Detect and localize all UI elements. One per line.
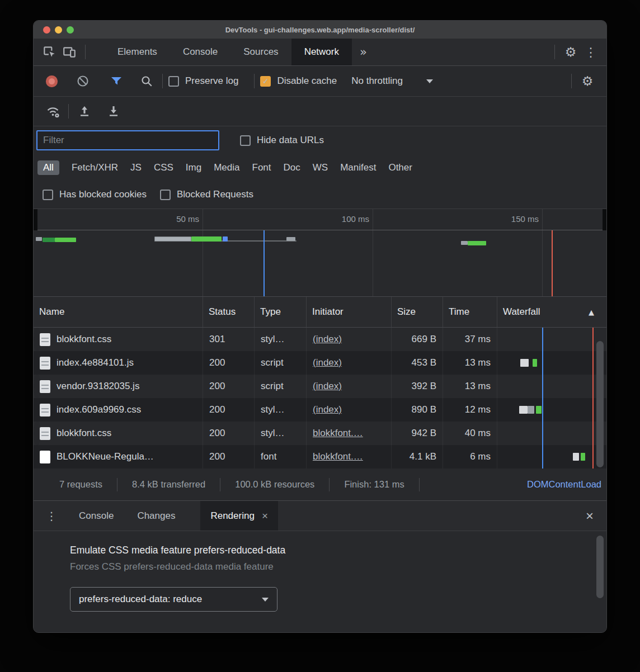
request-initiator-link[interactable]: (index) [313, 334, 342, 345]
device-toolbar-icon[interactable] [59, 42, 79, 62]
network-overview-timeline[interactable]: 50 ms 100 ms 150 ms [34, 209, 606, 297]
throttling-select[interactable]: No throttling [351, 75, 403, 87]
preserve-log-checkbox[interactable] [168, 76, 179, 87]
request-name: blokkfont.css [57, 428, 111, 439]
file-icon [40, 427, 50, 440]
table-row[interactable]: index.609a9969.css 200 styl… (index) 890… [34, 398, 606, 422]
record-network-log-icon[interactable] [46, 75, 58, 87]
column-header-initiator[interactable]: Initiator [306, 297, 391, 327]
network-toolbar-right: ⚙ [566, 71, 597, 91]
request-initiator-link[interactable]: (index) [313, 357, 342, 368]
drawer-scrollbar-thumb[interactable] [596, 536, 604, 598]
column-header-time[interactable]: Time [443, 297, 497, 327]
import-har-icon[interactable] [74, 101, 95, 121]
filter-input[interactable] [36, 130, 219, 150]
table-row[interactable]: index.4e884101.js 200 script (index) 453… [34, 351, 606, 375]
tab-network[interactable]: Network [291, 39, 352, 65]
request-size: 890 B [391, 398, 443, 422]
request-initiator-link[interactable]: blokkfont.… [313, 451, 363, 462]
filter-all[interactable]: All [37, 160, 59, 175]
toolbar-right: ⚙ ⋮ [549, 42, 601, 62]
request-initiator-link[interactable]: (index) [313, 381, 342, 392]
tick-150ms: 150 ms [511, 214, 539, 224]
filter-media[interactable]: Media [214, 162, 239, 173]
blocked-requests-checkbox[interactable] [160, 190, 171, 200]
filter-css[interactable]: CSS [154, 162, 173, 173]
close-drawer-icon[interactable]: × [586, 508, 606, 524]
network-settings-gear-icon[interactable]: ⚙ [577, 71, 597, 91]
request-waterfall [497, 328, 503, 351]
clear-network-log-icon[interactable] [73, 71, 93, 91]
hide-data-urls-group: Hide data URLs [240, 135, 324, 146]
filter-fetch-xhr[interactable]: Fetch/XHR [72, 162, 118, 173]
filter-funnel-icon[interactable] [106, 71, 126, 91]
blocked-filters-row: Has blocked cookies Blocked Requests [34, 181, 606, 209]
main-toolbar: Elements Console Sources Network » ⚙ ⋮ [34, 39, 606, 66]
filter-manifest[interactable]: Manifest [340, 162, 376, 173]
drawer-menu-kebab-icon[interactable]: ⋮ [34, 509, 67, 523]
tab-elements[interactable]: Elements [105, 39, 170, 65]
request-size: 669 B [391, 328, 443, 351]
inspect-element-icon[interactable] [39, 42, 59, 62]
timeline-ruler: 50 ms 100 ms 150 ms [34, 209, 606, 230]
request-type: font [254, 445, 306, 468]
summary-transferred: 8.4 kB transferred [117, 479, 220, 490]
request-initiator-link[interactable]: (index) [313, 404, 342, 415]
column-header-type[interactable]: Type [254, 297, 306, 327]
file-icon [40, 333, 50, 346]
column-header-waterfall[interactable]: Waterfall ▲ [497, 297, 606, 327]
export-har-icon[interactable] [103, 101, 124, 121]
divider [85, 45, 86, 59]
table-row[interactable]: BLOKKNeue-Regula… 200 font blokkfont.… 4… [34, 445, 606, 468]
table-row[interactable]: blokkfont.css 301 styl… (index) 669 B 37… [34, 328, 41, 351]
request-size: 4.1 kB [391, 445, 443, 468]
tick-100ms: 100 ms [342, 214, 369, 224]
throttling-caret-icon[interactable] [426, 79, 433, 83]
request-status: 200 [203, 398, 254, 422]
table-row[interactable]: vendor.93182035.js 200 script (index) 39… [34, 375, 41, 398]
request-name: vendor.93182035.js [57, 381, 139, 392]
request-initiator-link[interactable]: blokkfont.… [313, 428, 363, 439]
dom-content-loaded-line [263, 230, 265, 296]
column-header-status[interactable]: Status [203, 297, 254, 327]
rendering-panel: Emulate CSS media feature prefers-reduce… [34, 531, 606, 633]
settings-gear-icon[interactable]: ⚙ [561, 42, 581, 62]
filter-other[interactable]: Other [388, 162, 412, 173]
divider [571, 74, 572, 88]
drawer-tab-changes[interactable]: Changes [125, 501, 187, 531]
waterfall-segment [536, 406, 542, 414]
main-menu-kebab-icon[interactable]: ⋮ [581, 42, 601, 62]
tab-console[interactable]: Console [170, 39, 230, 65]
overview-right-handle[interactable] [603, 209, 606, 230]
tab-sources[interactable]: Sources [230, 39, 291, 65]
divider [554, 45, 555, 59]
disable-cache-checkbox[interactable]: ✓ [260, 76, 271, 87]
column-header-name[interactable]: Name [34, 297, 203, 327]
has-blocked-cookies-checkbox[interactable] [43, 190, 53, 200]
filter-js[interactable]: JS [130, 162, 142, 173]
request-name: BLOKKNeue-Regula… [57, 451, 154, 462]
drawer-tab-console[interactable]: Console [67, 501, 125, 531]
filter-doc[interactable]: Doc [284, 162, 300, 173]
hide-data-urls-checkbox[interactable] [240, 135, 251, 146]
more-tabs-icon[interactable]: » [360, 45, 367, 59]
request-type: styl… [254, 328, 306, 351]
request-time: 40 ms [443, 422, 497, 445]
table-scrollbar-thumb[interactable] [596, 341, 604, 467]
table-row[interactable]: blokkfont.css 200 styl… blokkfont.… 942 … [34, 422, 41, 445]
column-header-size[interactable]: Size [391, 297, 443, 327]
filter-img[interactable]: Img [186, 162, 201, 173]
network-summary-bar: 7 requests 8.4 kB transferred 100.0 kB r… [34, 468, 606, 500]
request-time: 37 ms [443, 328, 497, 351]
summary-finish: Finish: 131 ms [330, 479, 418, 490]
prefers-reduced-data-select[interactable]: prefers-reduced-data: reduce [70, 587, 277, 612]
filter-ws[interactable]: WS [313, 162, 328, 173]
overview-left-handle[interactable] [34, 209, 37, 230]
close-tab-icon[interactable]: × [262, 510, 268, 522]
network-conditions-icon[interactable] [43, 101, 63, 121]
search-icon[interactable] [137, 71, 157, 91]
drawer-tab-rendering[interactable]: Rendering × [200, 501, 278, 531]
filter-font[interactable]: Font [252, 162, 271, 173]
waterfall-segment [581, 453, 585, 461]
request-status: 200 [203, 375, 254, 398]
